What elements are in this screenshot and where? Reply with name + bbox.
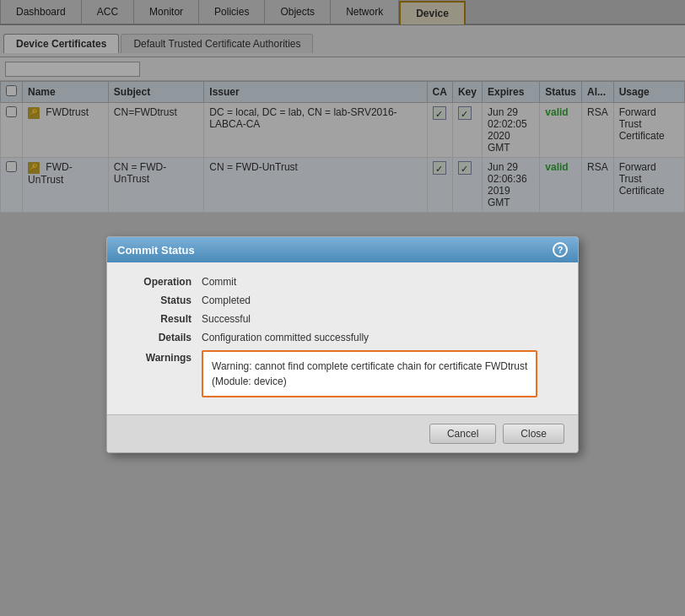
details-value: Configuration committed successfully (202, 332, 369, 343)
result-label: Result (124, 313, 191, 325)
operation-value: Commit (202, 276, 236, 288)
operation-label: Operation (124, 276, 191, 288)
dialog-body: Operation Commit Status Completed Result… (107, 262, 578, 414)
warnings-text: Warning: cannot find complete certificat… (212, 360, 527, 387)
modal-overlay: Commit Status ? Operation Commit Status … (0, 0, 685, 616)
dialog-footer: Cancel Close (107, 414, 578, 452)
operation-row: Operation Commit (124, 276, 561, 288)
warnings-box: Warning: cannot find complete certificat… (202, 350, 537, 397)
status-label: Status (124, 294, 191, 306)
cancel-button[interactable]: Cancel (429, 424, 496, 444)
status-row: Status Completed (124, 294, 561, 306)
warnings-row: Warnings Warning: cannot find complete c… (124, 350, 561, 397)
warnings-label: Warnings (124, 350, 191, 397)
dialog-title: Commit Status (117, 244, 195, 257)
commit-dialog: Commit Status ? Operation Commit Status … (106, 236, 579, 453)
result-value: Successful (202, 313, 251, 325)
details-label: Details (124, 332, 191, 343)
close-button[interactable]: Close (503, 424, 564, 444)
details-row: Details Configuration committed successf… (124, 332, 561, 343)
status-value: Completed (202, 294, 251, 306)
dialog-header: Commit Status ? (107, 237, 578, 262)
result-row: Result Successful (124, 313, 561, 325)
help-icon[interactable]: ? (553, 242, 568, 257)
